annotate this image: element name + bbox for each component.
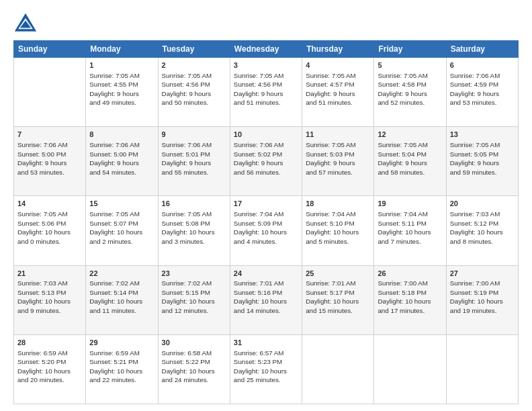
day-info: Sunrise: 7:02 AM Sunset: 5:15 PM Dayligh…: [162, 279, 226, 315]
day-number: 10: [234, 130, 298, 140]
calendar-cell: [374, 334, 446, 404]
day-info: Sunrise: 7:01 AM Sunset: 5:17 PM Dayligh…: [306, 279, 370, 315]
day-number: 30: [162, 338, 226, 348]
calendar-table: SundayMondayTuesdayWednesdayThursdayFrid…: [13, 40, 519, 404]
calendar-cell: 31Sunrise: 6:57 AM Sunset: 5:23 PM Dayli…: [230, 334, 302, 404]
day-info: Sunrise: 7:05 AM Sunset: 4:55 PM Dayligh…: [89, 71, 154, 107]
day-number: 12: [378, 130, 442, 140]
week-row-4: 28Sunrise: 6:59 AM Sunset: 5:20 PM Dayli…: [14, 334, 519, 404]
day-info: Sunrise: 6:59 AM Sunset: 5:20 PM Dayligh…: [17, 349, 82, 385]
col-header-sunday: Sunday: [14, 41, 86, 58]
day-info: Sunrise: 7:04 AM Sunset: 5:10 PM Dayligh…: [306, 210, 370, 246]
day-number: 15: [89, 199, 154, 209]
col-header-friday: Friday: [374, 41, 446, 58]
header: [13, 12, 519, 36]
calendar-cell: 14Sunrise: 7:05 AM Sunset: 5:06 PM Dayli…: [14, 196, 86, 265]
day-info: Sunrise: 7:04 AM Sunset: 5:09 PM Dayligh…: [234, 210, 298, 246]
day-number: 21: [17, 269, 82, 279]
calendar-cell: 29Sunrise: 6:59 AM Sunset: 5:21 PM Dayli…: [86, 334, 158, 404]
day-info: Sunrise: 7:06 AM Sunset: 4:59 PM Dayligh…: [450, 71, 515, 107]
week-row-2: 14Sunrise: 7:05 AM Sunset: 5:06 PM Dayli…: [14, 196, 519, 265]
calendar-cell: 30Sunrise: 6:58 AM Sunset: 5:22 PM Dayli…: [158, 334, 230, 404]
day-info: Sunrise: 7:05 AM Sunset: 5:06 PM Dayligh…: [17, 210, 82, 246]
calendar-cell: 21Sunrise: 7:03 AM Sunset: 5:13 PM Dayli…: [14, 265, 86, 334]
calendar-cell: 23Sunrise: 7:02 AM Sunset: 5:15 PM Dayli…: [158, 265, 230, 334]
day-info: Sunrise: 7:04 AM Sunset: 5:11 PM Dayligh…: [378, 210, 442, 246]
logo: [13, 12, 40, 36]
day-number: 5: [378, 60, 442, 71]
calendar-cell: 26Sunrise: 7:00 AM Sunset: 5:18 PM Dayli…: [374, 265, 446, 334]
calendar-cell: 18Sunrise: 7:04 AM Sunset: 5:10 PM Dayli…: [302, 196, 374, 265]
header-row: SundayMondayTuesdayWednesdayThursdayFrid…: [14, 41, 519, 58]
col-header-tuesday: Tuesday: [158, 41, 230, 58]
calendar-body: 1Sunrise: 7:05 AM Sunset: 4:55 PM Daylig…: [14, 58, 519, 404]
day-info: Sunrise: 7:02 AM Sunset: 5:14 PM Dayligh…: [89, 279, 154, 315]
calendar-cell: 24Sunrise: 7:01 AM Sunset: 5:16 PM Dayli…: [230, 265, 302, 334]
day-info: Sunrise: 6:57 AM Sunset: 5:23 PM Dayligh…: [234, 349, 298, 385]
day-info: Sunrise: 7:00 AM Sunset: 5:19 PM Dayligh…: [450, 279, 515, 315]
day-info: Sunrise: 6:59 AM Sunset: 5:21 PM Dayligh…: [89, 349, 154, 385]
day-info: Sunrise: 7:05 AM Sunset: 5:05 PM Dayligh…: [450, 140, 515, 177]
day-number: 27: [450, 269, 515, 279]
day-number: 26: [378, 269, 442, 279]
day-number: 9: [162, 130, 226, 140]
day-number: 17: [234, 199, 298, 209]
logo-icon: [13, 12, 38, 36]
day-info: Sunrise: 7:00 AM Sunset: 5:18 PM Dayligh…: [378, 279, 442, 315]
week-row-0: 1Sunrise: 7:05 AM Sunset: 4:55 PM Daylig…: [14, 58, 519, 127]
day-info: Sunrise: 7:05 AM Sunset: 4:57 PM Dayligh…: [306, 71, 370, 107]
calendar-cell: 11Sunrise: 7:05 AM Sunset: 5:03 PM Dayli…: [302, 127, 374, 196]
calendar-cell: 27Sunrise: 7:00 AM Sunset: 5:19 PM Dayli…: [446, 265, 518, 334]
day-number: 19: [378, 199, 442, 209]
day-number: 20: [450, 199, 515, 209]
day-number: 6: [450, 60, 515, 71]
day-number: 11: [306, 130, 370, 140]
day-number: 4: [306, 60, 370, 71]
col-header-saturday: Saturday: [446, 41, 518, 58]
calendar-cell: 28Sunrise: 6:59 AM Sunset: 5:20 PM Dayli…: [14, 334, 86, 404]
page: SundayMondayTuesdayWednesdayThursdayFrid…: [0, 0, 532, 411]
day-number: 1: [89, 60, 154, 71]
col-header-thursday: Thursday: [302, 41, 374, 58]
day-info: Sunrise: 7:03 AM Sunset: 5:13 PM Dayligh…: [17, 279, 82, 315]
calendar-cell: 4Sunrise: 7:05 AM Sunset: 4:57 PM Daylig…: [302, 58, 374, 127]
calendar-cell: 1Sunrise: 7:05 AM Sunset: 4:55 PM Daylig…: [86, 58, 158, 127]
day-info: Sunrise: 7:05 AM Sunset: 4:56 PM Dayligh…: [162, 71, 226, 107]
calendar-cell: 3Sunrise: 7:05 AM Sunset: 4:56 PM Daylig…: [230, 58, 302, 127]
day-info: Sunrise: 7:06 AM Sunset: 5:00 PM Dayligh…: [89, 140, 154, 177]
day-info: Sunrise: 7:05 AM Sunset: 5:07 PM Dayligh…: [89, 210, 154, 246]
day-number: 2: [162, 60, 226, 71]
calendar-cell: 8Sunrise: 7:06 AM Sunset: 5:00 PM Daylig…: [86, 127, 158, 196]
day-info: Sunrise: 7:03 AM Sunset: 5:12 PM Dayligh…: [450, 210, 515, 246]
day-number: 24: [234, 269, 298, 279]
day-number: 25: [306, 269, 370, 279]
calendar-cell: 13Sunrise: 7:05 AM Sunset: 5:05 PM Dayli…: [446, 127, 518, 196]
day-number: 7: [17, 130, 82, 140]
calendar-cell: 19Sunrise: 7:04 AM Sunset: 5:11 PM Dayli…: [374, 196, 446, 265]
day-info: Sunrise: 7:06 AM Sunset: 5:00 PM Dayligh…: [17, 140, 82, 177]
calendar-cell: 10Sunrise: 7:06 AM Sunset: 5:02 PM Dayli…: [230, 127, 302, 196]
calendar-cell: [302, 334, 374, 404]
day-number: 14: [17, 199, 82, 209]
calendar-cell: [446, 334, 518, 404]
day-info: Sunrise: 7:01 AM Sunset: 5:16 PM Dayligh…: [234, 279, 298, 315]
day-number: 3: [234, 60, 298, 71]
day-info: Sunrise: 7:05 AM Sunset: 5:08 PM Dayligh…: [162, 210, 226, 246]
day-number: 8: [89, 130, 154, 140]
col-header-monday: Monday: [86, 41, 158, 58]
calendar-cell: 22Sunrise: 7:02 AM Sunset: 5:14 PM Dayli…: [86, 265, 158, 334]
calendar-cell: 2Sunrise: 7:05 AM Sunset: 4:56 PM Daylig…: [158, 58, 230, 127]
calendar-cell: [14, 58, 86, 127]
calendar-cell: 6Sunrise: 7:06 AM Sunset: 4:59 PM Daylig…: [446, 58, 518, 127]
day-number: 22: [89, 269, 154, 279]
day-number: 29: [89, 338, 154, 348]
day-info: Sunrise: 7:05 AM Sunset: 5:03 PM Dayligh…: [306, 140, 370, 177]
day-number: 28: [17, 338, 82, 348]
calendar-cell: 17Sunrise: 7:04 AM Sunset: 5:09 PM Dayli…: [230, 196, 302, 265]
calendar-header: SundayMondayTuesdayWednesdayThursdayFrid…: [14, 41, 519, 58]
day-number: 18: [306, 199, 370, 209]
col-header-wednesday: Wednesday: [230, 41, 302, 58]
day-info: Sunrise: 6:58 AM Sunset: 5:22 PM Dayligh…: [162, 349, 226, 385]
calendar-cell: 7Sunrise: 7:06 AM Sunset: 5:00 PM Daylig…: [14, 127, 86, 196]
calendar-cell: 16Sunrise: 7:05 AM Sunset: 5:08 PM Dayli…: [158, 196, 230, 265]
